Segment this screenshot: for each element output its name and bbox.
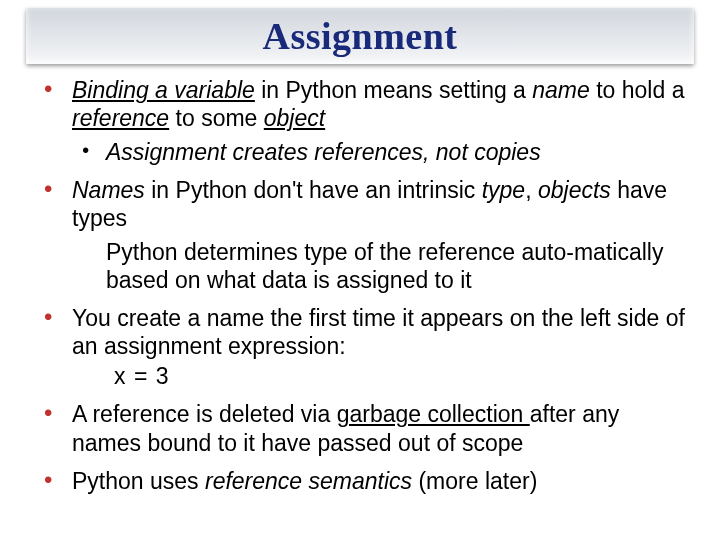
text: Python uses xyxy=(72,468,205,494)
text: A reference is deleted via xyxy=(72,401,337,427)
bullet-create-name: You create a name the first time it appe… xyxy=(30,304,688,390)
body-list: Binding a variable in Python means setti… xyxy=(26,76,694,495)
text: to some xyxy=(169,105,264,131)
bullet-names-types: Names in Python don't have an intrinsic … xyxy=(30,176,688,294)
text: in Python means setting a xyxy=(255,77,532,103)
bullet-garbage-collection: A reference is deleted via garbage colle… xyxy=(30,400,688,456)
term-name: name xyxy=(532,77,590,103)
term-object: object xyxy=(264,105,325,131)
sub-text-auto-type: Python determines type of the reference … xyxy=(72,238,688,294)
term-objects: objects xyxy=(538,177,611,203)
sub-list: Assignment creates references, not copie… xyxy=(72,138,688,166)
bullet-binding: Binding a variable in Python means setti… xyxy=(30,76,688,166)
text: to hold a xyxy=(590,77,685,103)
text: in Python don't have an intrinsic xyxy=(145,177,482,203)
term-reference-semantics: reference semantics xyxy=(205,468,412,494)
text: , xyxy=(525,177,538,203)
sub-bullet-references-not-copies: Assignment creates references, not copie… xyxy=(72,138,688,166)
slide: Assignment Binding a variable in Python … xyxy=(0,8,720,540)
sub-list: Python determines type of the reference … xyxy=(72,238,688,294)
term-reference: reference xyxy=(72,105,169,131)
term-type: type xyxy=(482,177,525,203)
term-garbage-collection: garbage collection xyxy=(337,401,530,427)
term-names: Names xyxy=(72,177,145,203)
text: You create a name the first time it appe… xyxy=(72,305,685,359)
slide-title: Assignment xyxy=(26,14,694,58)
text: (more later) xyxy=(412,468,537,494)
title-bar: Assignment xyxy=(26,8,694,64)
bullet-reference-semantics: Python uses reference semantics (more la… xyxy=(30,467,688,495)
code-example: x = 3 xyxy=(72,362,688,390)
term-binding-variable: Binding a variable xyxy=(72,77,255,103)
